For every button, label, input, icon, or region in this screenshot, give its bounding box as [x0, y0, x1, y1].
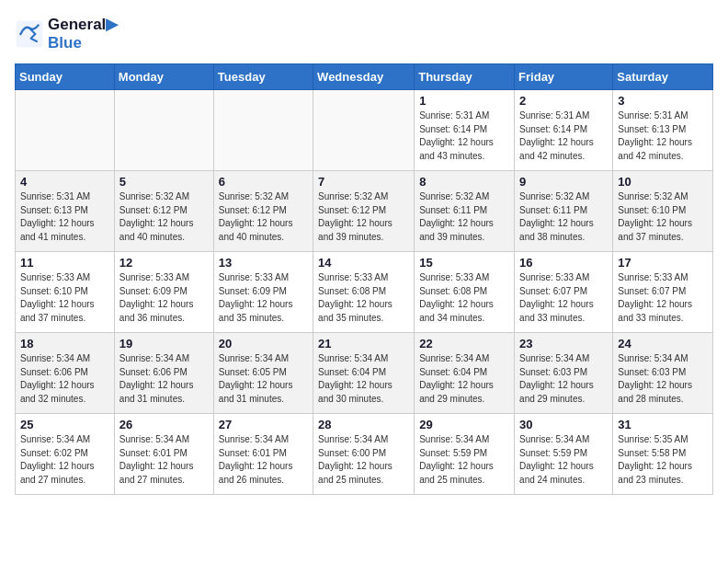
- day-number: 23: [519, 337, 608, 350]
- calendar-cell: 30Sunrise: 5:34 AM Sunset: 5:59 PM Dayli…: [515, 414, 613, 495]
- day-number: 16: [519, 256, 608, 270]
- day-number: 24: [618, 337, 708, 350]
- calendar-cell: 4Sunrise: 5:31 AM Sunset: 6:13 PM Daylig…: [16, 171, 115, 252]
- day-number: 29: [419, 418, 509, 431]
- calendar-cell: [213, 90, 313, 171]
- day-number: 17: [618, 256, 708, 270]
- calendar-cell: 27Sunrise: 5:34 AM Sunset: 6:01 PM Dayli…: [213, 414, 313, 495]
- calendar-cell: 6Sunrise: 5:32 AM Sunset: 6:12 PM Daylig…: [213, 171, 313, 252]
- day-info: Sunrise: 5:32 AM Sunset: 6:10 PM Dayligh…: [618, 190, 708, 244]
- day-number: 3: [618, 94, 708, 108]
- day-number: 5: [119, 175, 209, 189]
- day-info: Sunrise: 5:34 AM Sunset: 6:06 PM Dayligh…: [119, 352, 209, 406]
- weekday-header-tuesday: Tuesday: [213, 64, 313, 90]
- day-info: Sunrise: 5:34 AM Sunset: 6:04 PM Dayligh…: [419, 352, 509, 406]
- calendar-cell: 9Sunrise: 5:32 AM Sunset: 6:11 PM Daylig…: [515, 171, 613, 252]
- day-info: Sunrise: 5:33 AM Sunset: 6:10 PM Dayligh…: [20, 271, 109, 325]
- day-number: 25: [20, 418, 109, 431]
- day-number: 14: [318, 256, 409, 270]
- day-number: 10: [618, 175, 708, 189]
- day-info: Sunrise: 5:34 AM Sunset: 6:02 PM Dayligh…: [20, 433, 109, 487]
- day-info: Sunrise: 5:33 AM Sunset: 6:07 PM Dayligh…: [519, 271, 608, 325]
- calendar-cell: 25Sunrise: 5:34 AM Sunset: 6:02 PM Dayli…: [16, 414, 115, 495]
- day-number: 21: [318, 337, 409, 350]
- logo-text: General▶ Blue: [48, 15, 118, 52]
- weekday-header-monday: Monday: [114, 64, 213, 90]
- day-info: Sunrise: 5:34 AM Sunset: 6:05 PM Dayligh…: [219, 352, 308, 406]
- day-number: 18: [20, 337, 109, 350]
- day-number: 4: [20, 175, 109, 189]
- day-number: 15: [419, 256, 509, 270]
- day-number: 8: [419, 175, 509, 189]
- day-number: 13: [219, 256, 308, 270]
- day-info: Sunrise: 5:32 AM Sunset: 6:12 PM Dayligh…: [119, 190, 209, 244]
- day-info: Sunrise: 5:34 AM Sunset: 6:06 PM Dayligh…: [20, 352, 109, 406]
- day-info: Sunrise: 5:31 AM Sunset: 6:14 PM Dayligh…: [419, 109, 509, 163]
- day-info: Sunrise: 5:34 AM Sunset: 6:00 PM Dayligh…: [318, 433, 409, 487]
- page-header: General▶ Blue: [15, 15, 713, 52]
- day-info: Sunrise: 5:32 AM Sunset: 6:12 PM Dayligh…: [219, 190, 308, 244]
- calendar-cell: 7Sunrise: 5:32 AM Sunset: 6:12 PM Daylig…: [313, 171, 415, 252]
- weekday-header-saturday: Saturday: [613, 64, 713, 90]
- day-number: 7: [318, 175, 409, 189]
- day-number: 9: [519, 175, 608, 189]
- calendar-cell: 29Sunrise: 5:34 AM Sunset: 5:59 PM Dayli…: [415, 414, 515, 495]
- weekday-header-friday: Friday: [515, 64, 613, 90]
- day-number: 26: [119, 418, 209, 431]
- logo: General▶ Blue: [15, 15, 118, 52]
- day-info: Sunrise: 5:31 AM Sunset: 6:13 PM Dayligh…: [20, 190, 109, 244]
- weekday-header-wednesday: Wednesday: [313, 64, 415, 90]
- calendar-cell: 2Sunrise: 5:31 AM Sunset: 6:14 PM Daylig…: [515, 90, 613, 171]
- calendar-cell: 8Sunrise: 5:32 AM Sunset: 6:11 PM Daylig…: [415, 171, 515, 252]
- calendar-cell: 12Sunrise: 5:33 AM Sunset: 6:09 PM Dayli…: [114, 252, 213, 333]
- calendar-cell: 14Sunrise: 5:33 AM Sunset: 6:08 PM Dayli…: [313, 252, 415, 333]
- day-info: Sunrise: 5:34 AM Sunset: 6:01 PM Dayligh…: [119, 433, 209, 487]
- calendar-cell: 1Sunrise: 5:31 AM Sunset: 6:14 PM Daylig…: [415, 90, 515, 171]
- calendar-cell: 21Sunrise: 5:34 AM Sunset: 6:04 PM Dayli…: [313, 333, 415, 414]
- weekday-header-thursday: Thursday: [415, 64, 515, 90]
- calendar-cell: [313, 90, 415, 171]
- day-number: 11: [20, 256, 109, 270]
- calendar-cell: 13Sunrise: 5:33 AM Sunset: 6:09 PM Dayli…: [213, 252, 313, 333]
- day-info: Sunrise: 5:33 AM Sunset: 6:08 PM Dayligh…: [419, 271, 509, 325]
- day-info: Sunrise: 5:31 AM Sunset: 6:14 PM Dayligh…: [519, 109, 608, 163]
- day-number: 12: [119, 256, 209, 270]
- day-info: Sunrise: 5:33 AM Sunset: 6:09 PM Dayligh…: [219, 271, 308, 325]
- day-info: Sunrise: 5:31 AM Sunset: 6:13 PM Dayligh…: [618, 109, 708, 163]
- calendar-cell: 23Sunrise: 5:34 AM Sunset: 6:03 PM Dayli…: [515, 333, 613, 414]
- calendar-cell: 18Sunrise: 5:34 AM Sunset: 6:06 PM Dayli…: [16, 333, 115, 414]
- day-number: 31: [618, 418, 708, 431]
- day-info: Sunrise: 5:34 AM Sunset: 6:04 PM Dayligh…: [318, 352, 409, 406]
- day-info: Sunrise: 5:35 AM Sunset: 5:58 PM Dayligh…: [618, 433, 708, 487]
- calendar-cell: 17Sunrise: 5:33 AM Sunset: 6:07 PM Dayli…: [613, 252, 713, 333]
- day-info: Sunrise: 5:33 AM Sunset: 6:09 PM Dayligh…: [119, 271, 209, 325]
- day-info: Sunrise: 5:32 AM Sunset: 6:12 PM Dayligh…: [318, 190, 409, 244]
- calendar-cell: 11Sunrise: 5:33 AM Sunset: 6:10 PM Dayli…: [16, 252, 115, 333]
- calendar-cell: 20Sunrise: 5:34 AM Sunset: 6:05 PM Dayli…: [213, 333, 313, 414]
- calendar-cell: 28Sunrise: 5:34 AM Sunset: 6:00 PM Dayli…: [313, 414, 415, 495]
- day-info: Sunrise: 5:33 AM Sunset: 6:08 PM Dayligh…: [318, 271, 409, 325]
- calendar-cell: 22Sunrise: 5:34 AM Sunset: 6:04 PM Dayli…: [415, 333, 515, 414]
- calendar-cell: [114, 90, 213, 171]
- calendar-table: SundayMondayTuesdayWednesdayThursdayFrid…: [15, 63, 713, 495]
- day-number: 2: [519, 94, 608, 108]
- logo-icon: [15, 19, 44, 49]
- calendar-cell: 26Sunrise: 5:34 AM Sunset: 6:01 PM Dayli…: [114, 414, 213, 495]
- day-info: Sunrise: 5:34 AM Sunset: 6:01 PM Dayligh…: [219, 433, 308, 487]
- day-number: 20: [219, 337, 308, 350]
- day-number: 19: [119, 337, 209, 350]
- day-info: Sunrise: 5:34 AM Sunset: 6:03 PM Dayligh…: [519, 352, 608, 406]
- calendar-cell: 15Sunrise: 5:33 AM Sunset: 6:08 PM Dayli…: [415, 252, 515, 333]
- day-info: Sunrise: 5:34 AM Sunset: 5:59 PM Dayligh…: [519, 433, 608, 487]
- calendar-cell: 31Sunrise: 5:35 AM Sunset: 5:58 PM Dayli…: [613, 414, 713, 495]
- weekday-header-sunday: Sunday: [16, 64, 115, 90]
- calendar-cell: [16, 90, 115, 171]
- calendar-cell: 19Sunrise: 5:34 AM Sunset: 6:06 PM Dayli…: [114, 333, 213, 414]
- day-info: Sunrise: 5:34 AM Sunset: 6:03 PM Dayligh…: [618, 352, 708, 406]
- day-info: Sunrise: 5:32 AM Sunset: 6:11 PM Dayligh…: [419, 190, 509, 244]
- day-number: 22: [419, 337, 509, 350]
- day-info: Sunrise: 5:34 AM Sunset: 5:59 PM Dayligh…: [419, 433, 509, 487]
- day-number: 28: [318, 418, 409, 431]
- day-number: 27: [219, 418, 308, 431]
- day-number: 30: [519, 418, 608, 431]
